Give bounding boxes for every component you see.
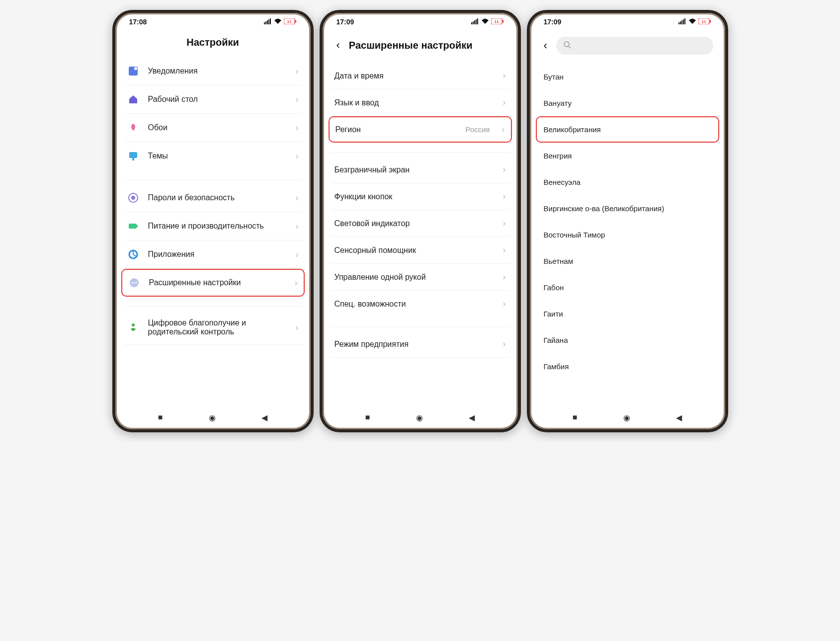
region-item[interactable]: Гаити: [539, 301, 716, 327]
home-button[interactable]: ◉: [412, 409, 427, 426]
svg-rect-36: [710, 20, 711, 23]
item-datetime[interactable]: Дата и время ›: [332, 63, 509, 89]
svg-rect-34: [684, 18, 685, 24]
battery-perf-icon: [127, 220, 139, 232]
item-language[interactable]: Язык и ввод ›: [332, 89, 509, 116]
region-item[interactable]: Габон: [539, 274, 716, 301]
region-item-uk[interactable]: Великобритания: [536, 116, 719, 143]
svg-rect-22: [471, 22, 472, 24]
divider: [332, 143, 509, 153]
svg-point-19: [133, 282, 135, 284]
chevron-right-icon: ›: [503, 339, 506, 349]
back-icon[interactable]: ‹: [335, 37, 342, 54]
svg-rect-6: [295, 20, 296, 23]
region-label: Венесуэла: [544, 178, 581, 186]
svg-text:11: 11: [287, 19, 291, 24]
chevron-right-icon: ›: [503, 245, 506, 255]
region-label: Габон: [544, 283, 564, 292]
region-label: Гайана: [544, 336, 568, 344]
advanced-list[interactable]: Дата и время › Язык и ввод › Регион Росс…: [323, 63, 518, 405]
status-icons: 11: [471, 18, 504, 26]
recents-button[interactable]: ■: [361, 409, 374, 426]
battery-icon: 11: [698, 18, 711, 26]
home-button[interactable]: ◉: [205, 409, 220, 426]
back-button[interactable]: ◀: [465, 409, 479, 426]
svg-rect-23: [473, 21, 474, 24]
svg-rect-31: [680, 21, 681, 24]
item-label: Регион: [336, 125, 457, 134]
item-accessibility[interactable]: Спец. возможности ›: [332, 291, 509, 317]
header: ‹ Расширенные настройки: [323, 31, 518, 63]
region-item[interactable]: Восточный Тимор: [539, 222, 716, 248]
chevron-right-icon: ›: [503, 191, 506, 202]
item-label: Функции кнопок: [335, 192, 494, 201]
status-icons: 11: [678, 18, 711, 26]
status-icons: 11: [264, 18, 297, 26]
region-label: Гамбия: [544, 362, 569, 371]
item-label: Расширенные настройки: [149, 278, 286, 287]
item-label: Питание и производительность: [148, 222, 287, 231]
region-item[interactable]: Виргинские о-ва (Великобритания): [539, 195, 716, 222]
settings-item-advanced[interactable]: Расширенные настройки ›: [121, 269, 305, 297]
item-enterprise[interactable]: Режим предприятия ›: [332, 331, 509, 358]
region-item[interactable]: Бутан: [539, 64, 716, 90]
statusbar: 17:09 11: [530, 13, 725, 31]
svg-point-13: [131, 196, 135, 200]
notification-icon: [127, 65, 139, 77]
statusbar: 17:09 11: [323, 13, 518, 31]
recents-button[interactable]: ■: [154, 409, 167, 426]
settings-item-battery[interactable]: Питание и производительность ›: [124, 212, 302, 240]
svg-rect-14: [129, 224, 137, 229]
svg-point-18: [131, 282, 133, 284]
divider: [332, 317, 509, 327]
settings-item-wellbeing[interactable]: Цифровое благополучие и родительский кон…: [124, 311, 302, 345]
chevron-right-icon: ›: [503, 71, 506, 81]
region-item[interactable]: Гайана: [539, 327, 716, 353]
settings-item-apps[interactable]: Приложения ›: [124, 240, 302, 269]
region-item[interactable]: Вануату: [539, 90, 716, 116]
region-list[interactable]: Бутан Вануату Великобритания Венгрия Вен…: [530, 64, 725, 405]
settings-item-notifications[interactable]: Уведомления ›: [124, 57, 302, 85]
svg-point-9: [134, 67, 137, 70]
region-item[interactable]: Вьетнам: [539, 248, 716, 274]
item-fullscreen[interactable]: Безграничный экран ›: [332, 157, 509, 183]
svg-rect-15: [137, 225, 138, 227]
item-label: Темы: [148, 152, 287, 160]
back-button[interactable]: ◀: [672, 409, 686, 426]
search-icon: [563, 41, 571, 51]
region-item[interactable]: Венгрия: [539, 143, 716, 169]
back-button[interactable]: ◀: [257, 409, 271, 426]
search-input[interactable]: [556, 37, 713, 55]
region-item[interactable]: Гамбия: [539, 353, 716, 380]
back-icon[interactable]: ‹: [542, 37, 549, 54]
chevron-right-icon: ›: [503, 272, 506, 282]
android-navbar: ■ ◉ ◀: [115, 405, 311, 429]
recents-button[interactable]: ■: [569, 409, 582, 426]
item-buttons[interactable]: Функции кнопок ›: [332, 183, 509, 210]
chevron-right-icon: ›: [296, 151, 299, 161]
settings-item-themes[interactable]: Темы ›: [124, 142, 302, 170]
home-button[interactable]: ◉: [619, 409, 634, 426]
chevron-right-icon: ›: [296, 94, 299, 105]
item-label: Язык и ввод: [335, 98, 494, 107]
item-label: Пароли и безопасность: [148, 193, 287, 202]
item-led[interactable]: Световой индикатор ›: [332, 210, 509, 237]
svg-rect-1: [265, 21, 266, 24]
svg-rect-24: [474, 20, 475, 24]
item-onehand[interactable]: Управление одной рукой ›: [332, 264, 509, 291]
settings-item-wallpaper[interactable]: Обои ›: [124, 114, 302, 142]
item-quickball[interactable]: Сенсорный помощник ›: [332, 237, 509, 264]
settings-item-desktop[interactable]: Рабочий стол ›: [124, 85, 302, 114]
item-region[interactable]: Регион Россия ›: [329, 116, 512, 143]
chevron-right-icon: ›: [503, 164, 506, 175]
region-label: Виргинские о-ва (Великобритания): [544, 204, 665, 213]
settings-item-security[interactable]: Пароли и безопасность ›: [124, 184, 302, 212]
security-icon: [127, 192, 139, 204]
region-label: Вануату: [544, 99, 572, 107]
region-item[interactable]: Венесуэла: [539, 169, 716, 195]
region-label: Вьетнам: [544, 257, 573, 265]
item-label: Сенсорный помощник: [335, 246, 494, 255]
settings-list[interactable]: Уведомления › Рабочий стол › Обои › Темы…: [115, 57, 311, 405]
svg-rect-4: [270, 18, 271, 24]
battery-icon: 11: [284, 18, 297, 26]
